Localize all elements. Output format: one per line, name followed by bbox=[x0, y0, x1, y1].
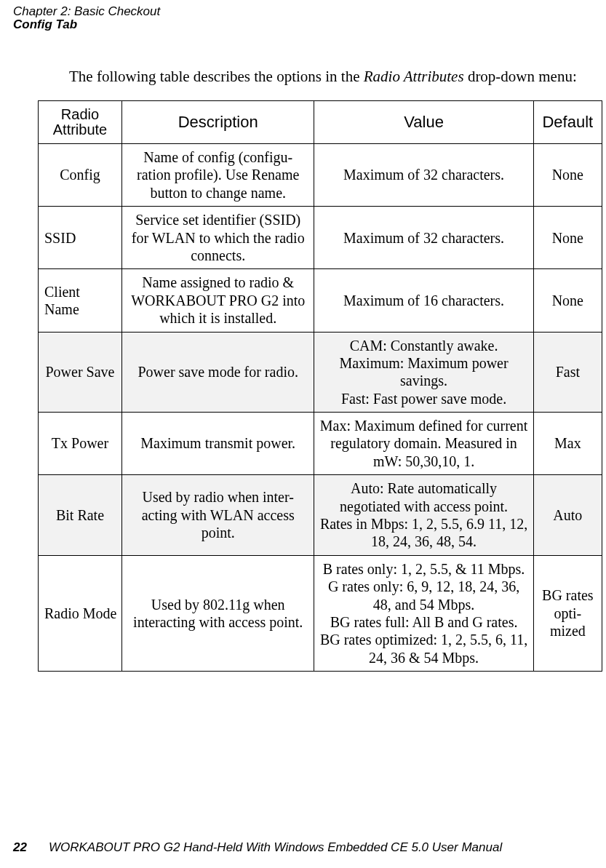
cell-description: Maximum transmit power. bbox=[121, 413, 314, 475]
cell-description: Power save mode for radio. bbox=[121, 332, 314, 413]
cell-default: Max bbox=[533, 413, 602, 475]
table-header-row: Radio Attribute Description Value Defaul… bbox=[39, 101, 602, 144]
th-default: Default bbox=[533, 101, 602, 144]
table-row: Radio ModeUsed by 802.11g when interacti… bbox=[39, 555, 602, 671]
page-header: Chapter 2: Basic Checkout Config Tab bbox=[13, 4, 160, 32]
cell-description: Name of config (configu-ration profile).… bbox=[121, 144, 314, 207]
cell-description: Name assigned to radio & WORKABOUT PRO G… bbox=[121, 269, 314, 332]
cell-value: Max: Maximum defined for current regulat… bbox=[314, 413, 533, 475]
chapter-line: Chapter 2: Basic Checkout bbox=[13, 4, 160, 19]
table-row: Bit RateUsed by radio when inter-acting … bbox=[39, 475, 602, 556]
table-row: Tx PowerMaximum transmit power.Max: Maxi… bbox=[39, 413, 602, 475]
section-line: Config Tab bbox=[13, 17, 160, 32]
cell-description: Used by 802.11g when interacting with ac… bbox=[121, 555, 314, 671]
cell-default: None bbox=[533, 269, 602, 332]
table-row: ConfigName of config (configu-ration pro… bbox=[39, 144, 602, 207]
cell-value: Maximum of 16 characters. bbox=[314, 269, 533, 332]
radio-attributes-table: Radio Attribute Description Value Defaul… bbox=[38, 100, 602, 672]
page-footer: 22WORKABOUT PRO G2 Hand-Held With Window… bbox=[13, 840, 502, 855]
intro-prefix: The following table describes the option… bbox=[69, 68, 364, 85]
cell-attribute: Config bbox=[39, 144, 122, 207]
cell-default: Auto bbox=[533, 475, 602, 556]
table-row: Client NameName assigned to radio & WORK… bbox=[39, 269, 602, 332]
cell-attribute: Client Name bbox=[39, 269, 122, 332]
cell-value: Maximum of 32 characters. bbox=[314, 207, 533, 269]
page-number: 22 bbox=[13, 840, 27, 854]
cell-default: None bbox=[533, 207, 602, 269]
cell-default: None bbox=[533, 144, 602, 207]
cell-value: Auto: Rate automatically negotiated with… bbox=[314, 475, 533, 556]
table-row: SSIDService set identifier (SSID) for WL… bbox=[39, 207, 602, 269]
cell-description: Used by radio when inter-acting with WLA… bbox=[121, 475, 314, 556]
th-value: Value bbox=[314, 101, 533, 144]
cell-attribute: Power Save bbox=[39, 332, 122, 413]
footer-text: WORKABOUT PRO G2 Hand-Held With Windows … bbox=[49, 840, 502, 854]
cell-attribute: Tx Power bbox=[39, 413, 122, 475]
cell-attribute: SSID bbox=[39, 207, 122, 269]
cell-value: CAM: Constantly awake.Maximum: Maximum p… bbox=[314, 332, 533, 413]
cell-value: B rates only: 1, 2, 5.5, & 11 Mbps.G rat… bbox=[314, 555, 533, 671]
cell-value: Maximum of 32 characters. bbox=[314, 144, 533, 207]
cell-default: Fast bbox=[533, 332, 602, 413]
cell-attribute: Radio Mode bbox=[39, 555, 122, 671]
intro-emphasis: Radio Attributes bbox=[364, 68, 464, 85]
cell-attribute: Bit Rate bbox=[39, 475, 122, 556]
th-description: Description bbox=[121, 101, 314, 144]
table-row: Power SavePower save mode for radio.CAM:… bbox=[39, 332, 602, 413]
cell-default: BG rates opti-mized bbox=[533, 555, 602, 671]
cell-description: Service set identifier (SSID) for WLAN t… bbox=[121, 207, 314, 269]
intro-paragraph: The following table describes the option… bbox=[69, 67, 602, 87]
th-attribute: Radio Attribute bbox=[39, 101, 122, 144]
intro-suffix: drop-down menu: bbox=[464, 68, 577, 85]
